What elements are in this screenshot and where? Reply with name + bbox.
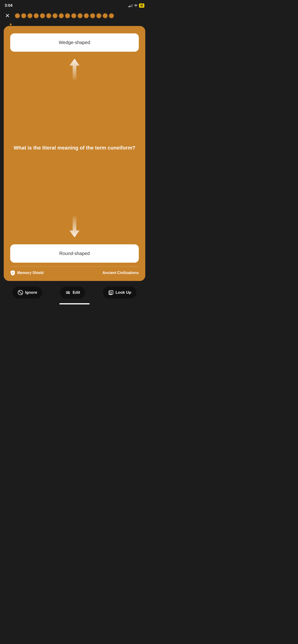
memory-shield-label: Memory Shield xyxy=(17,271,44,275)
status-time: 3:04 xyxy=(5,3,13,8)
bottom-answer-text: Round-shaped xyxy=(59,251,90,256)
card-pointer-arrow: ▲ xyxy=(9,22,13,26)
down-arrow-icon xyxy=(69,216,80,238)
category-label: Ancient Civilizations xyxy=(103,271,139,275)
edit-button[interactable]: Edit xyxy=(60,286,85,298)
home-bar xyxy=(59,303,90,304)
memory-shield[interactable]: Memory Shield xyxy=(10,270,44,276)
svg-rect-10 xyxy=(111,292,112,293)
progress-pill-8 xyxy=(65,13,70,18)
ignore-label: Ignore xyxy=(25,290,37,295)
arrow-section: What is the literal meaning of the term … xyxy=(10,52,139,244)
ignore-icon xyxy=(18,290,23,295)
shield-icon xyxy=(10,270,15,276)
svg-rect-9 xyxy=(111,292,112,292)
arrow-up xyxy=(69,59,80,80)
progress-pill-15 xyxy=(109,13,114,18)
svg-rect-4 xyxy=(66,293,70,294)
signal-bar-1 xyxy=(128,6,129,7)
svg-rect-11 xyxy=(111,293,112,294)
up-arrow-icon xyxy=(69,59,80,80)
top-nav: ✕ xyxy=(0,10,149,21)
signal-bar-3 xyxy=(131,5,131,7)
progress-pill-7 xyxy=(59,13,64,18)
svg-rect-6 xyxy=(66,292,70,292)
progress-pill-14 xyxy=(103,13,108,18)
edit-label: Edit xyxy=(73,290,80,295)
signal-bar-4 xyxy=(132,4,133,7)
bottom-actions: Ignore Edit Look Up xyxy=(0,281,149,301)
flashcard[interactable]: Wedge-shaped What is the literal xyxy=(4,26,145,281)
question-text: What is the literal meaning of the term … xyxy=(11,144,138,152)
close-button[interactable]: ✕ xyxy=(4,12,11,20)
lookup-button[interactable]: Look Up xyxy=(103,286,136,298)
progress-pill-10 xyxy=(78,13,83,18)
progress-pill-6 xyxy=(53,13,58,18)
signal-bars xyxy=(128,4,133,7)
svg-marker-1 xyxy=(69,216,80,238)
progress-pill-1 xyxy=(21,13,26,18)
home-indicator xyxy=(0,301,149,305)
card-footer: Memory Shield Ancient Civilizations xyxy=(10,266,139,276)
progress-pill-0 xyxy=(15,13,20,18)
lookup-icon xyxy=(108,290,114,295)
progress-pills xyxy=(15,13,114,18)
ignore-button[interactable]: Ignore xyxy=(13,286,42,298)
status-right: 42 xyxy=(128,4,144,8)
svg-marker-0 xyxy=(69,59,80,80)
signal-bar-2 xyxy=(130,6,130,7)
progress-pill-2 xyxy=(27,13,33,18)
battery-level: 42 xyxy=(140,4,143,7)
battery-indicator: 42 xyxy=(139,4,144,8)
progress-pill-3 xyxy=(34,13,39,18)
wifi-icon xyxy=(134,4,138,7)
card-inner: Wedge-shaped What is the literal xyxy=(4,26,145,281)
card-pointer-wrapper: ▲ xyxy=(0,22,149,26)
svg-rect-5 xyxy=(66,292,69,293)
progress-pill-13 xyxy=(96,13,101,18)
progress-pill-12 xyxy=(90,13,95,18)
status-bar: 3:04 42 xyxy=(0,0,149,10)
progress-pill-4 xyxy=(40,13,45,18)
bottom-answer-box[interactable]: Round-shaped xyxy=(10,244,139,263)
top-answer-box[interactable]: Wedge-shaped xyxy=(10,34,139,52)
progress-pill-5 xyxy=(46,13,51,18)
top-answer-text: Wedge-shaped xyxy=(59,40,90,45)
question-container: What is the literal meaning of the term … xyxy=(11,144,138,152)
lookup-label: Look Up xyxy=(116,290,131,295)
arrow-down xyxy=(69,216,80,238)
svg-line-3 xyxy=(19,291,22,294)
progress-pill-11 xyxy=(84,13,89,18)
edit-icon xyxy=(65,290,71,295)
progress-pill-9 xyxy=(71,13,76,18)
